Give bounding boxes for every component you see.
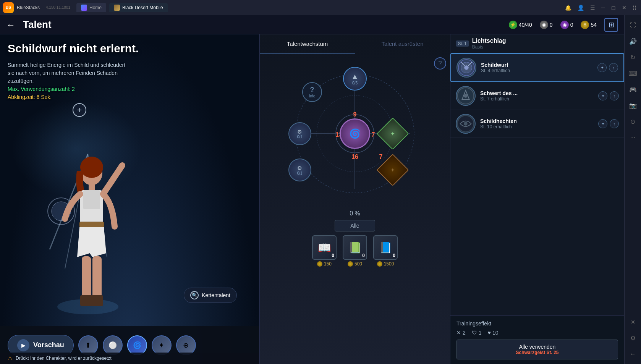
skill-action-cross[interactable]: ✦ [597,63,607,72]
progress-area: 0 % Alle [260,210,450,231]
window-controls: 🔔 👤 ☰ ─ ◻ ✕ ⟩⟩ [563,5,638,11]
schwert-info: Schwert des ... St. 7 erhältlich [480,90,594,102]
book-icon-3[interactable]: 📘 0 [373,235,398,260]
hechten-action-up[interactable]: ↑ [610,119,619,128]
sidebar-record[interactable]: ⊙ [626,115,640,128]
char-scene: Schildwurf nicht erlernt. Sammelt heilig… [0,34,260,364]
skill-title: Schildwurf nicht erlernt. [8,42,139,55]
skill-list-panel: St. 1 Lichtschlag Basis [450,34,624,364]
skill-item-schwert[interactable]: Schwert des ... St. 7 erhältlich ✦ ↑ [450,82,624,110]
sidebar-brightness[interactable]: ☀ [626,315,640,329]
chain-talent-button[interactable]: 🔍 Kettentalent [184,288,237,303]
book-item-2: 📗 0 500 [343,235,367,267]
sidebar-back[interactable]: ← [626,347,640,361]
talent-node-top[interactable]: ▲ 0/5 [343,67,367,91]
svg-rect-15 [80,295,92,306]
lichtschlag-header: St. 1 Lichtschlag Basis [450,34,624,53]
home-tab-icon [81,5,87,11]
svg-text:7: 7 [372,131,375,138]
notify-btn[interactable]: 🔔 [563,5,573,11]
talent-node-bottom-diamond[interactable]: ✦ [376,154,409,186]
svg-text:7: 7 [379,154,383,160]
app-name: BlueStacks [17,5,40,10]
sidebar-toggle-btn[interactable]: ⟩⟩ [631,5,638,11]
add-skill-button[interactable]: + [73,103,86,117]
close-btn[interactable]: ✕ [620,5,628,11]
right-panel: Talentwachstum Talent ausrüsten ? [259,34,624,364]
sidebar-keyboard[interactable]: ⌨ [626,66,640,80]
tab-home[interactable]: Home [76,3,106,12]
skill-description: Sammelt heilige Energie im Schild und sc… [8,61,125,101]
skill-thumb-1[interactable]: ⬆ [78,335,98,355]
sidebar-maximize[interactable]: ⛶ [626,18,640,32]
character-figure [31,135,145,326]
sidebar-rotate[interactable]: ↻ [626,50,640,64]
svg-point-35 [464,94,468,98]
schildwurf-actions: ✦ ↑ [597,63,618,72]
exit-button[interactable]: ⊞ [604,18,618,32]
book-item-1: 📖 0 150 [312,235,337,267]
svg-rect-16 [91,295,103,306]
energy-icon: ⚡ [509,21,517,29]
svg-text:16: 16 [351,154,358,160]
account-btn[interactable]: 👤 [576,5,586,11]
purple-icon: ◉ [560,21,569,29]
talent-tabs: Talentwachstum Talent ausrüsten [260,34,450,53]
gold-icon-small-2 [348,261,353,267]
schwert-action-cross[interactable]: ✦ [598,91,607,100]
menu-btn[interactable]: ☰ [589,5,597,11]
stat-attack: ✕ 2 [456,330,466,336]
tab-black-desert[interactable]: Black Desert Mobile [109,3,168,12]
hechten-action-cross[interactable]: ✦ [598,119,607,128]
sidebar-more[interactable]: ··· [626,131,640,144]
chain-icon: 🔍 [190,291,199,299]
skill-thumb-3[interactable]: 🌀 [127,335,147,355]
svg-rect-11 [83,190,100,209]
grey-icon: ◉ [540,21,548,29]
talent-node-bottom-left[interactable]: ⚙ 0/1 [288,159,311,181]
talent-node-right-diamond[interactable]: ✦ [376,118,409,150]
sidebar-settings[interactable]: ⚙ [626,331,640,345]
titlebar: BS BlueStacks 4.150.11.1001 Home Black D… [0,0,641,15]
talent-node-left[interactable]: ⚙ 0/1 [288,122,311,145]
sidebar-volume[interactable]: 🔊 [626,34,640,48]
tab-talent-ausrusten[interactable]: Talent ausrüsten [355,34,450,53]
svg-point-37 [464,122,468,126]
right-sidebar: ⛶ 🔊 ↻ ⌨ 🎮 📷 ⊙ ··· ☀ ⚙ ← [624,15,641,364]
main-container: ← Talent ⚡ 40/40 ◉ 0 ◉ 0 $ 54 ⊞ [0,15,641,364]
talent-node-center[interactable]: 🌀 [340,118,370,149]
svg-rect-9 [89,184,95,191]
restore-btn[interactable]: ◻ [610,5,617,11]
defense-icon: 🛡 [472,330,477,336]
sidebar-screenshot[interactable]: 📷 [626,99,640,112]
apply-button[interactable]: Alle verwenden Schwarzgeist St. 25 [456,340,618,359]
sidebar-gamepad[interactable]: 🎮 [626,83,640,96]
back-button[interactable]: ← [6,19,15,30]
book-icon-2[interactable]: 📗 0 [343,235,367,260]
resource-purple: ◉ 0 [560,21,573,29]
book-icon-1[interactable]: 📖 0 [312,235,337,260]
resource-energy: ⚡ 40/40 [509,21,532,29]
schwert-action-up[interactable]: ↑ [610,91,619,100]
gold-icon-small-3 [377,261,382,267]
talent-tree-content: ? [260,53,450,364]
svg-text:9: 9 [353,111,357,118]
alle-button[interactable]: Alle [335,220,375,231]
schildwurf-icon [456,58,476,78]
skill-item-hechten[interactable]: Schildhechten St. 10 erhältlich ✦ ↑ [450,110,624,138]
skill-thumb-4[interactable]: ✦ [152,335,172,355]
info-button[interactable]: ? [434,57,446,70]
schwert-actions: ✦ ↑ [598,91,619,100]
skill-item-schildwurf[interactable]: Schildwurf St. 4 erhältlich ✦ ↑ [450,53,624,82]
health-icon: ♥ [488,330,491,336]
left-panel: Schildwurf nicht erlernt. Sammelt heilig… [0,34,260,364]
skill-thumb-2[interactable]: ⚪ [103,335,123,355]
stat-health: ♥ 10 [488,330,499,336]
svg-point-8 [80,157,103,178]
tab-talentwachstum[interactable]: Talentwachstum [260,34,355,53]
minimize-btn[interactable]: ─ [600,5,607,11]
info-node[interactable]: ? Info [302,82,322,102]
skill-action-up[interactable]: ↑ [609,63,618,72]
skill-thumb-5[interactable]: ⊕ [176,335,196,355]
play-icon: ▶ [17,339,29,351]
